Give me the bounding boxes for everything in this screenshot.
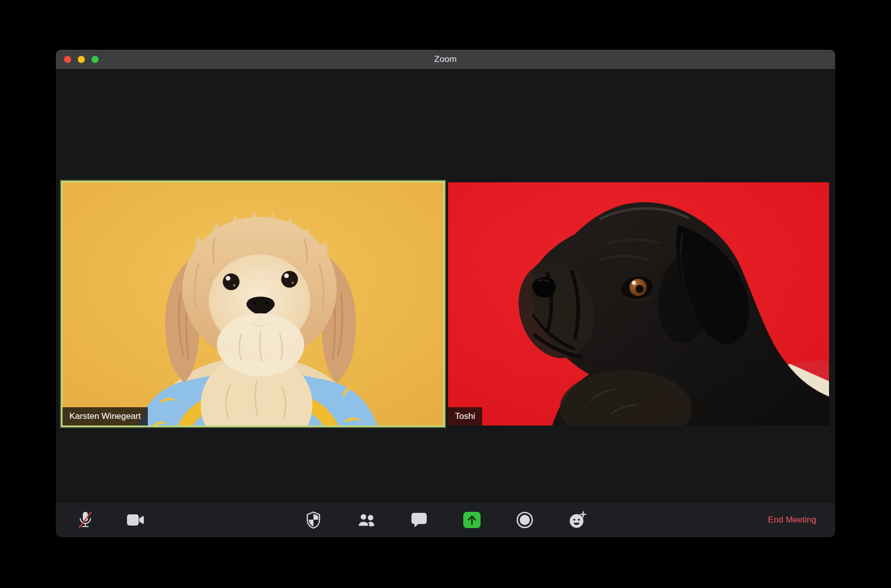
participants-icon	[357, 513, 376, 527]
mute-button[interactable]	[74, 509, 97, 531]
video-button[interactable]	[124, 509, 147, 531]
chat-bubble-icon	[411, 513, 427, 528]
toolbar-right-group: End Meeting	[768, 512, 816, 528]
video-area: Karsten Winegeart	[56, 69, 835, 503]
reactions-smiley-icon	[568, 511, 587, 529]
record-button[interactable]	[514, 509, 536, 531]
reactions-button[interactable]	[566, 509, 589, 531]
maximize-button[interactable]	[91, 56, 99, 63]
traffic-lights	[64, 50, 99, 69]
chat-button[interactable]	[408, 509, 430, 531]
close-button[interactable]	[64, 56, 71, 63]
participants-button[interactable]	[355, 509, 377, 531]
zoom-window: Zoom	[56, 50, 835, 537]
participant-name-label: Toshi	[448, 407, 483, 426]
record-icon	[516, 511, 533, 529]
video-tile-toshi[interactable]: Toshi	[448, 182, 829, 426]
video-feed-toshi-pug	[448, 182, 829, 426]
gallery-view: Karsten Winegeart	[56, 182, 835, 426]
security-button[interactable]	[302, 509, 325, 531]
minimize-button[interactable]	[78, 56, 85, 63]
microphone-muted-icon	[78, 511, 93, 529]
window-title: Zoom	[434, 54, 457, 64]
shield-icon	[306, 511, 321, 529]
titlebar[interactable]: Zoom	[56, 50, 835, 69]
meeting-toolbar: End Meeting	[56, 503, 835, 537]
end-meeting-button[interactable]: End Meeting	[768, 512, 816, 528]
participant-name-label: Karsten Winegeart	[62, 407, 148, 426]
video-feed-karsten-dog	[62, 182, 443, 426]
desktop: Zoom	[0, 0, 891, 588]
share-screen-button[interactable]	[461, 509, 483, 531]
toolbar-left-group	[74, 509, 147, 531]
video-camera-icon	[127, 514, 144, 526]
share-screen-icon	[463, 511, 481, 529]
toolbar-center-group	[302, 509, 589, 531]
video-tile-karsten[interactable]: Karsten Winegeart	[62, 182, 443, 426]
